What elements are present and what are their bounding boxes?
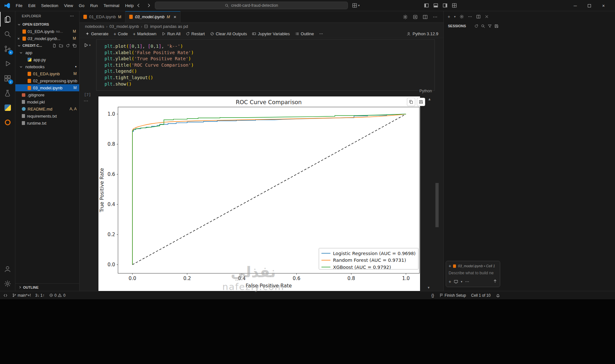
send-icon[interactable]: [493, 279, 497, 285]
tree-item-app.py[interactable]: app.py: [15, 56, 79, 63]
refresh-icon[interactable]: [66, 44, 70, 48]
gear-icon[interactable]: [403, 14, 408, 20]
layout-dropdown[interactable]: ▾: [352, 3, 360, 8]
toolbar-more-button[interactable]: [316, 32, 326, 36]
tab-01_EDA.ipynb[interactable]: 01_EDA.ipynbM: [80, 11, 125, 22]
tree-item-app[interactable]: app: [15, 49, 79, 56]
account-button[interactable]: [0, 261, 15, 276]
cell-indicator[interactable]: Cell 1 of 10: [471, 293, 491, 298]
model-picker-icon[interactable]: [454, 279, 458, 284]
split-icon[interactable]: [476, 14, 481, 19]
menu-help[interactable]: Help: [122, 0, 137, 11]
views-more-icon[interactable]: [70, 14, 74, 18]
forward-button[interactable]: [146, 3, 151, 8]
settings-button[interactable]: [0, 276, 15, 291]
notifications-bell[interactable]: [496, 293, 500, 298]
kernel-picker-icon[interactable]: [413, 14, 418, 20]
tree-item-README.md[interactable]: README.mdA, A: [15, 105, 79, 112]
customize-layout-icon[interactable]: [452, 3, 457, 8]
tree-item-requirements.txt[interactable]: requirements.txt: [15, 112, 79, 120]
more-icon[interactable]: [465, 279, 469, 284]
sessions-header[interactable]: SESSIONS: [444, 22, 502, 30]
open-editor-03_model.ipynb...[interactable]: ×03_model.ipynb...M: [15, 35, 79, 42]
chevron-down-icon[interactable]: ▾: [461, 280, 462, 283]
menu-view[interactable]: View: [61, 0, 76, 11]
close-icon[interactable]: ×: [17, 36, 20, 41]
brackets-indicator[interactable]: {}: [432, 293, 434, 298]
add-context-icon[interactable]: +: [449, 263, 451, 269]
breadcrumb-item[interactable]: 03_model.ipynb: [109, 24, 139, 29]
sync-status[interactable]: 3↓ 1↑: [35, 293, 45, 298]
split-editor-icon[interactable]: [423, 14, 428, 20]
copy-output-button[interactable]: [407, 98, 415, 106]
filter-icon[interactable]: [488, 24, 492, 28]
toggle-panel-icon[interactable]: [433, 3, 438, 8]
tree-item-notebooks[interactable]: notebooks•: [15, 63, 79, 70]
code-cell-editor[interactable]: plt.plot([0,1], [0,1], 'k--')plt.xlabel(…: [96, 39, 435, 91]
chat-input[interactable]: Describe what to build ne: [449, 271, 497, 275]
menu-run[interactable]: Run: [87, 0, 101, 11]
tab-03_model.ipynb[interactable]: 03_model.ipynbM×: [125, 11, 181, 22]
menu-selection[interactable]: Selection: [38, 0, 61, 11]
gear-icon[interactable]: [459, 14, 464, 19]
restart-button[interactable]: Restart: [183, 31, 207, 36]
minimize-button[interactable]: ─: [568, 0, 582, 11]
activity-search[interactable]: [0, 27, 15, 41]
more-actions-icon[interactable]: [433, 14, 438, 20]
output-options-icon[interactable]: [83, 98, 88, 103]
add-markdown-cell-button[interactable]: +Markdown: [130, 31, 159, 37]
open-editor-01_EDA.ipynb[interactable]: 01_EDA.ipynbno...M: [15, 28, 79, 35]
problems-status[interactable]: 0 0: [49, 293, 65, 298]
command-center-search[interactable]: credit-card-fraud-detection: [155, 2, 348, 9]
new-file-icon[interactable]: [52, 44, 56, 48]
tree-item-01_EDA.ipynb[interactable]: 01_EDA.ipynbM: [15, 70, 79, 77]
tree-item-02_preprocessing.ipynb[interactable]: 02_preprocessing.ipynb: [15, 77, 79, 84]
outline-section[interactable]: OUTLINE: [15, 283, 79, 291]
toggle-sidebar-icon[interactable]: [424, 3, 429, 8]
kernel-picker[interactable]: Python 3.12.9: [407, 31, 443, 36]
scrollbar[interactable]: [435, 183, 439, 227]
back-button[interactable]: [136, 3, 141, 8]
collapse-all-icon[interactable]: [72, 44, 77, 48]
scroll-down-icon[interactable]: ▾: [428, 285, 430, 290]
tree-item-.gitignore[interactable]: .gitignore: [15, 91, 79, 98]
menu-terminal[interactable]: Terminal: [101, 0, 122, 11]
save-output-button[interactable]: [417, 98, 425, 106]
jupyter-variables-button[interactable]: Jupyter Variables: [249, 31, 292, 36]
add-code-cell-button[interactable]: +Code: [111, 31, 130, 37]
more-icon[interactable]: [468, 14, 472, 19]
activity-jupyter[interactable]: [0, 115, 15, 130]
clear-outputs-button[interactable]: Clear All Outputs: [207, 31, 250, 36]
close-icon[interactable]: [484, 14, 489, 19]
menu-go[interactable]: Go: [76, 0, 87, 11]
attach-icon[interactable]: +: [449, 279, 451, 284]
export-icon[interactable]: [494, 24, 499, 28]
remote-indicator[interactable]: [3, 293, 8, 298]
toggle-secondary-sidebar-icon[interactable]: [442, 3, 448, 8]
search-icon[interactable]: [481, 24, 485, 28]
refresh-icon[interactable]: [474, 24, 478, 28]
menu-edit[interactable]: Edit: [25, 0, 38, 11]
branch-status[interactable]: main*+!: [12, 293, 31, 298]
chevron-down-icon[interactable]: ▾: [454, 15, 456, 18]
outline-button[interactable]: Outline: [292, 31, 316, 36]
tree-item-model.pkl[interactable]: model.pkl: [15, 98, 79, 105]
run-all-button[interactable]: Run All: [159, 31, 183, 36]
run-cell-button[interactable]: ▾: [83, 43, 91, 48]
new-chat-icon[interactable]: +: [448, 14, 450, 19]
breadcrumb-item[interactable]: notebooks: [85, 24, 104, 29]
scroll-up-icon[interactable]: ▲: [428, 97, 431, 101]
maximize-button[interactable]: [582, 0, 596, 11]
close-button[interactable]: ×: [596, 0, 611, 11]
activity-run-debug[interactable]: [0, 56, 15, 71]
open-editors-header[interactable]: OPEN EDITORS: [15, 21, 79, 28]
activity-source-control[interactable]: 4: [0, 41, 15, 56]
activity-extensions[interactable]: 2: [0, 71, 15, 86]
new-folder-icon[interactable]: [59, 44, 63, 48]
tree-item-03_model.ipynb[interactable]: 03_model.ipynbM: [15, 84, 79, 91]
menu-file[interactable]: File: [13, 0, 25, 11]
finish-setup-button[interactable]: Finish Setup: [439, 293, 466, 298]
breadcrumb-item[interactable]: import pandas as pd: [150, 24, 188, 29]
tree-item-runtime.txt[interactable]: runtime.txt: [15, 120, 79, 127]
close-icon[interactable]: ×: [173, 14, 176, 20]
